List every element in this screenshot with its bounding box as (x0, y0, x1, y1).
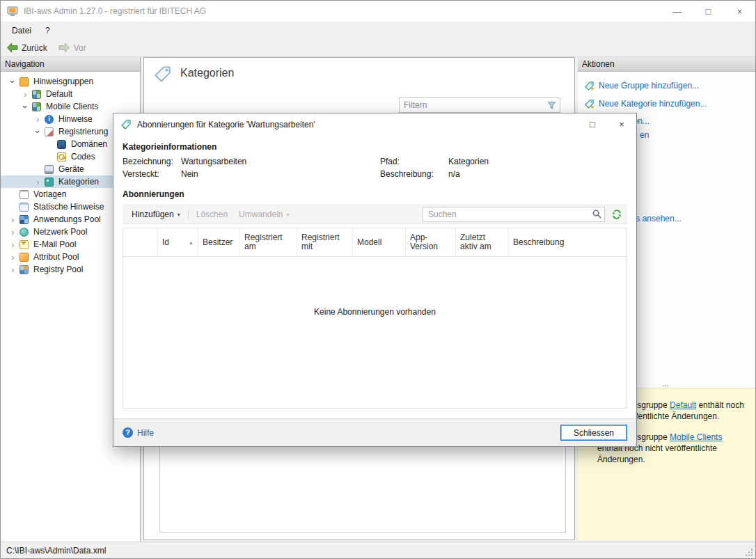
refresh-icon[interactable] (611, 209, 622, 220)
filter-box (399, 97, 560, 113)
column-header-app-version[interactable]: App-Version (406, 228, 456, 256)
tree-item-label: Registrierung (56, 127, 111, 136)
tree-item-mobile-clients[interactable]: Mobile Clients (1, 100, 140, 113)
tree-item-label: Registry Pool (31, 265, 86, 274)
title-bar: IBI-aws Admin 1.27.0 - registriert für I… (1, 1, 755, 22)
notification-link-mobile-clients[interactable]: Mobile Clients (670, 432, 722, 442)
domaenen-icon (57, 140, 66, 149)
field-value-pfad: Kategorien (448, 157, 627, 166)
chevron-expanded-icon[interactable] (8, 77, 18, 87)
empty-table-message: Keine Abonnierungen vorhanden (123, 307, 627, 317)
chevron-collapsed-icon[interactable] (8, 239, 18, 250)
column-header-label: Id (162, 238, 169, 247)
actions-list: Neue Gruppe hinzufügen... Neue Kategorie… (578, 72, 755, 113)
chevron-collapsed-icon[interactable] (8, 265, 18, 275)
action-new-group[interactable]: Neue Gruppe hinzufügen... (578, 77, 755, 95)
menu-datei[interactable]: Datei (5, 22, 38, 39)
tree-item-hinweisgruppen[interactable]: Hinweisgruppen (1, 75, 140, 88)
action-link-partial[interactable]: en (640, 130, 649, 140)
tree-item-label: Attribut Pool (31, 252, 81, 262)
chevron-expanded-icon[interactable] (20, 102, 31, 112)
chevron-collapsed-icon[interactable] (20, 89, 31, 100)
column-header-registriert-am[interactable]: Registriert am (240, 228, 297, 256)
chevron-collapsed-icon[interactable] (33, 114, 43, 125)
back-button[interactable]: Zurück (6, 42, 47, 53)
delete-button[interactable]: Löschen (191, 207, 233, 222)
help-link[interactable]: Hilfe (123, 427, 154, 438)
resize-grip[interactable] (745, 548, 753, 556)
maximize-button[interactable]: □ (693, 1, 724, 22)
action-link-partial: ... (662, 379, 669, 388)
tree-item-label: Vorlagen (31, 189, 69, 199)
column-header-modell[interactable]: Modell (353, 228, 406, 256)
search-box (423, 207, 605, 222)
dialog-close-button[interactable]: × (607, 113, 636, 135)
codes-key-icon (57, 152, 66, 162)
action-link-label: Neue Kategorie hinzufügen... (599, 99, 707, 109)
column-header-blank[interactable] (123, 228, 158, 256)
forward-arrow-icon (58, 42, 70, 53)
column-header-id[interactable]: Id ▲ (158, 228, 198, 256)
forward-label: Vor (74, 43, 86, 53)
tree-item-default[interactable]: Default (1, 88, 140, 100)
kategorien-tag-icon (45, 178, 54, 187)
field-value-beschreibung: n/a (448, 169, 627, 179)
column-header-beschreibung[interactable]: Beschreibung (509, 228, 627, 256)
statische-hinweise-icon (19, 203, 29, 212)
dialog-title-bar: Abonnierungen für Kategorie 'Wartungsarb… (113, 113, 636, 135)
tree-item-label: Netzwerk Pool (31, 227, 90, 237)
chevron-expanded-icon[interactable] (33, 127, 43, 137)
subscriptions-table: Id ▲ Besitzer Registriert am Registriert… (123, 228, 627, 409)
minimize-button[interactable]: — (661, 1, 693, 22)
action-new-category[interactable]: Neue Kategorie hinzufügen... (578, 95, 755, 113)
tree-item-label: Codes (68, 152, 98, 162)
notification-link-default[interactable]: Default (670, 400, 696, 410)
field-label-bezeichnung: Bezeichnung: (123, 157, 181, 166)
dialog-maximize-button[interactable]: □ (578, 113, 607, 135)
chevron-collapsed-icon[interactable] (33, 177, 43, 187)
dialog-title: Abonnierungen für Kategorie 'Wartungsarb… (137, 120, 315, 129)
attribut-pool-icon (19, 253, 29, 262)
email-pool-icon (19, 240, 29, 249)
subscriptions-toolbar: Hinzufügen ▾ Löschen Umwandeln ▾ (123, 205, 627, 224)
tag-plus-icon (584, 81, 594, 91)
registrierung-icon (45, 127, 54, 136)
dialog-tag-icon (120, 119, 132, 130)
add-button-label: Hinzufügen (132, 210, 174, 219)
tree-item-label: Mobile Clients (43, 102, 101, 111)
convert-button[interactable]: Umwandeln ▾ (233, 207, 294, 222)
category-info-header: Kategorieinformationen (123, 142, 627, 152)
chevron-collapsed-icon[interactable] (8, 252, 18, 262)
convert-button-label: Umwandeln (239, 210, 283, 219)
dialog-window-controls: □ × (578, 113, 636, 135)
group-icon (32, 102, 41, 111)
chevron-collapsed-icon[interactable] (8, 214, 18, 225)
chevron-collapsed-icon[interactable] (8, 227, 18, 237)
back-label: Zurück (22, 43, 47, 53)
column-header-zuletzt-aktiv-am[interactable]: Zuletzt aktiv am (456, 228, 509, 256)
column-header-besitzer[interactable]: Besitzer (198, 228, 240, 256)
column-header-registriert-mit[interactable]: Registriert mit (297, 228, 353, 256)
add-button[interactable]: Hinzufügen ▾ (126, 207, 186, 222)
geraete-icon (45, 165, 54, 174)
schliessen-button[interactable]: Schliessen (560, 425, 627, 441)
window-title: IBI-aws Admin 1.27.0 - registriert für I… (24, 6, 206, 16)
tree-item-label: Kategorien (56, 177, 102, 187)
table-header-row: Id ▲ Besitzer Registriert am Registriert… (123, 228, 627, 257)
actions-header: Aktionen (578, 57, 755, 72)
search-icon[interactable] (592, 209, 602, 219)
filter-input[interactable] (399, 97, 560, 113)
menu-help[interactable]: ? (38, 22, 57, 39)
filter-funnel-icon[interactable] (546, 100, 557, 111)
hinweise-icon (45, 115, 54, 124)
forward-button[interactable]: Vor (58, 42, 86, 53)
field-label-versteckt: Versteckt: (123, 169, 181, 179)
tree-item-label: Anwendungs Pool (31, 214, 104, 224)
tree-item-label: Statische Hinweise (31, 202, 107, 212)
close-button[interactable]: × (724, 1, 755, 22)
field-value-versteckt: Nein (181, 169, 380, 179)
search-input[interactable] (423, 207, 605, 222)
dropdown-arrow-icon: ▾ (286, 212, 289, 218)
action-link-label: Neue Gruppe hinzufügen... (599, 81, 699, 90)
action-link-partial[interactable]: als ansehen... (629, 214, 682, 223)
